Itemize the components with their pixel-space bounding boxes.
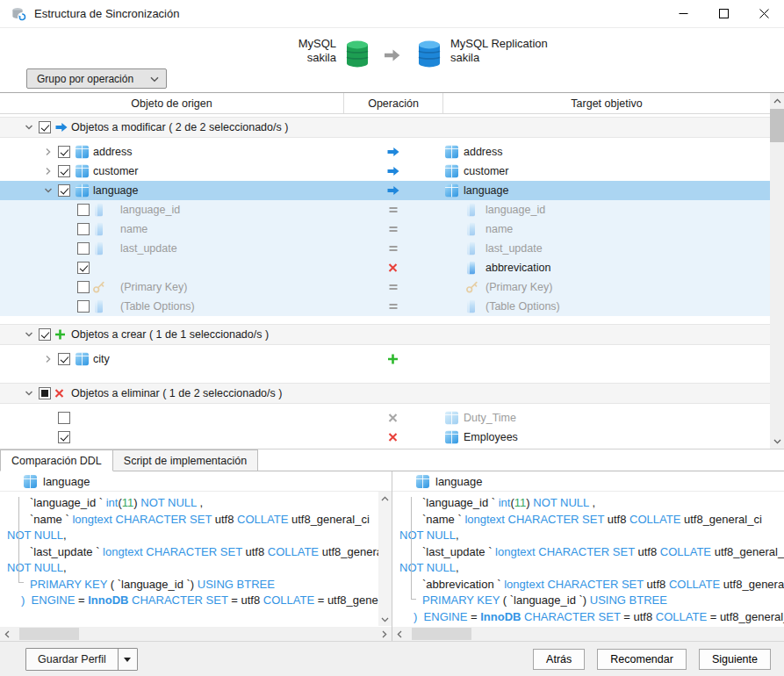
save-profile-dropdown-button[interactable]: [118, 649, 137, 670]
app-sync-icon: [11, 6, 27, 22]
tree-vertical-scrollbar[interactable]: [770, 93, 784, 449]
tree-row[interactable]: customercustomer: [0, 162, 770, 181]
table-icon: [76, 184, 89, 198]
tree-row[interactable]: (Table Options)(Table Options): [0, 297, 770, 316]
scroll-up-icon[interactable]: [770, 93, 784, 108]
ddl-source-hscrollbar[interactable]: [0, 627, 392, 641]
ddl-line: NOT NULL,: [7, 528, 392, 544]
ddl-line: NOT NULL,: [399, 528, 784, 544]
group-label: Objetos a modificar ( 2 de 2 seleccionad…: [71, 121, 288, 133]
recommend-button[interactable]: Recomendar: [597, 649, 687, 670]
next-button[interactable]: Siguiente: [699, 649, 771, 670]
tree-row[interactable]: namename: [0, 219, 770, 239]
group-by-select[interactable]: Grupo por operación: [26, 68, 167, 89]
operation-equal-icon: [385, 244, 400, 253]
operation-modify-icon: [385, 166, 400, 177]
operation-create-icon: [54, 329, 66, 341]
tree-row[interactable]: languagelanguage: [0, 181, 770, 200]
tree-row[interactable]: language_idlanguage_id: [0, 200, 770, 219]
tree-row[interactable]: last_updatelast_update: [0, 239, 770, 258]
table-icon: [445, 184, 458, 198]
chevron-right-icon[interactable]: [44, 355, 53, 363]
row-checkbox[interactable]: [39, 121, 51, 133]
operation-delete-icon: [54, 389, 64, 399]
ddl-target-header: language: [392, 471, 784, 492]
primary-key-icon: [92, 281, 105, 294]
row-checkbox[interactable]: [77, 262, 90, 274]
group-by-label: Grupo por operación: [37, 73, 150, 85]
tree-row[interactable]: abbrevication: [0, 258, 770, 277]
chevron-down-icon[interactable]: [25, 330, 33, 339]
column-header-operation[interactable]: Operación: [344, 93, 443, 113]
column-icon: [95, 223, 103, 236]
row-checkbox[interactable]: [77, 281, 90, 293]
minimize-button[interactable]: [663, 0, 703, 27]
tree-group-row[interactable]: Objetos a crear ( 1 de 1 seleccionado/s …: [0, 324, 770, 345]
column-header-target[interactable]: Target objetivo: [443, 93, 770, 113]
tree-row[interactable]: Duty_Time: [0, 408, 770, 428]
column-icon: [467, 262, 475, 275]
row-checkbox[interactable]: [58, 412, 70, 424]
grid-column-header: Objeto de origen Operación Target objeti…: [0, 93, 770, 114]
tree-row[interactable]: Employees: [0, 428, 770, 447]
row-checkbox[interactable]: [77, 300, 90, 313]
title-bar: Estructura de Sincronización: [0, 0, 784, 28]
chevron-right-icon[interactable]: [44, 147, 53, 156]
ddl-line: ) ENGINE = InnoDB CHARACTER SET = utf8 C…: [21, 593, 392, 609]
chevron-right-icon[interactable]: [44, 167, 53, 176]
source-type: MySQL: [248, 37, 336, 51]
ddl-target-hscrollbar[interactable]: [392, 627, 784, 641]
ddl-line: `last_update ` longtext CHARACTER SET ut…: [30, 544, 392, 561]
chevron-down-icon[interactable]: [44, 186, 53, 195]
close-button[interactable]: [744, 0, 784, 27]
group-label: Objetos a crear ( 1 de 1 seleccionado/s …: [71, 328, 269, 341]
operation-delete-icon: [385, 433, 400, 442]
row-checkbox[interactable]: [39, 387, 51, 399]
ddl-target-table-name: language: [435, 475, 483, 488]
tab-ddl-comparison[interactable]: Comparación DDL: [0, 449, 113, 471]
tab-implementation-script[interactable]: Script de implementación: [113, 449, 258, 471]
row-checkbox[interactable]: [58, 146, 70, 158]
row-checkbox[interactable]: [58, 184, 70, 197]
save-profile-split-button: Guardar Perfil: [25, 648, 138, 671]
ddl-line: `name ` longtext CHARACTER SET utf8 COLL…: [422, 512, 784, 529]
tree-row[interactable]: city: [0, 349, 770, 369]
chevron-down-icon[interactable]: [25, 123, 33, 132]
scroll-down-icon[interactable]: [378, 613, 392, 626]
chevron-down-icon[interactable]: [25, 389, 33, 398]
column-icon: [467, 223, 475, 236]
scrollbar-thumb[interactable]: [770, 109, 784, 142]
row-checkbox[interactable]: [58, 353, 70, 365]
maximize-button[interactable]: [703, 0, 744, 27]
scroll-right-icon[interactable]: [378, 627, 392, 641]
scroll-down-icon[interactable]: [770, 434, 784, 449]
scroll-left-icon[interactable]: [0, 627, 14, 641]
back-button[interactable]: Atrás: [533, 649, 585, 670]
table-icon: [76, 353, 89, 366]
row-checkbox[interactable]: [77, 242, 90, 255]
scrollbar-thumb[interactable]: [412, 628, 471, 640]
ddl-source-vscrollbar[interactable]: [378, 492, 392, 626]
tree-row[interactable]: (Primary Key)(Primary Key): [0, 277, 770, 297]
scroll-left-icon[interactable]: [392, 627, 406, 641]
fold-bracket: [411, 497, 416, 600]
operation-delete-off-icon: [385, 414, 400, 423]
scrollbar-thumb[interactable]: [19, 628, 79, 640]
tree-group-row[interactable]: Objetos a eliminar ( 1 de 2 seleccionado…: [0, 383, 770, 404]
column-header-source[interactable]: Objeto de origen: [0, 93, 344, 113]
ddl-line: `language_id ` int(11) NOT NULL ,: [30, 495, 392, 512]
row-checkbox[interactable]: [39, 328, 51, 341]
tree-row[interactable]: addressaddress: [0, 142, 770, 162]
ddl-line: NOT NULL,: [7, 560, 392, 577]
operation-equal-icon: [385, 283, 400, 291]
row-checkbox[interactable]: [58, 165, 70, 177]
structure-sync-window: Estructura de Sincronización Grupo por o…: [0, 0, 784, 676]
row-checkbox[interactable]: [77, 204, 90, 216]
scroll-up-icon[interactable]: [378, 492, 392, 505]
tree-group-row[interactable]: Objetos a modificar ( 2 de 2 seleccionad…: [0, 117, 770, 138]
sync-direction-arrow-icon: [383, 48, 401, 66]
row-checkbox[interactable]: [58, 431, 70, 443]
save-profile-button[interactable]: Guardar Perfil: [26, 649, 118, 670]
row-checkbox[interactable]: [77, 223, 90, 235]
operation-modify-icon: [54, 122, 68, 133]
